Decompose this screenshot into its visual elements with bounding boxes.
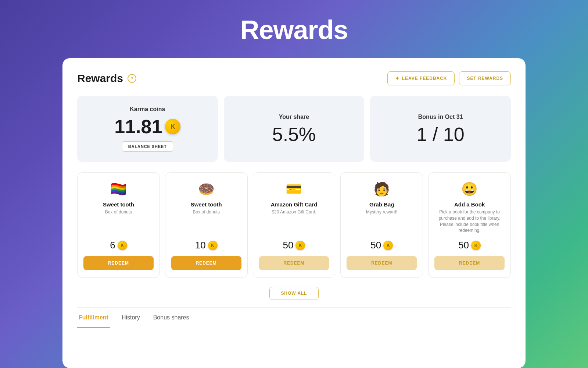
stat-card-your-share: Your share 5.5% bbox=[224, 96, 365, 162]
karma-coins-value: 11.81 K bbox=[114, 117, 180, 136]
show-all-row: SHOW ALL bbox=[77, 287, 511, 300]
reward-desc: Pick a book for the company to purchase … bbox=[434, 209, 505, 234]
reward-coin-icon: K bbox=[118, 241, 127, 250]
reward-coin-icon: K bbox=[208, 241, 218, 250]
reward-coin-icon: K bbox=[383, 241, 393, 250]
page-title: Rewards bbox=[0, 15, 588, 45]
reward-emoji: 🏳️‍🌈 bbox=[110, 181, 127, 197]
redeem-button-sweet-tooth-1[interactable]: REDEEM bbox=[83, 256, 154, 270]
reward-card-amazon-gift-card: 💳 Amazon Gift Card $20 Amazon Gift Card.… bbox=[253, 172, 336, 278]
card-header: Rewards ? ✦ LEAVE FEEDBACK SET REWARDS bbox=[77, 71, 511, 85]
reward-emoji: 😀 bbox=[461, 181, 478, 197]
reward-price: 10 K bbox=[195, 240, 218, 251]
redeem-button-sweet-tooth-2[interactable]: REDEEM bbox=[171, 256, 241, 270]
set-rewards-button[interactable]: SET REWARDS bbox=[459, 71, 511, 85]
reward-coin-icon: K bbox=[295, 241, 305, 250]
reward-coin-icon: K bbox=[471, 241, 481, 250]
reward-emoji: 🍩 bbox=[198, 181, 215, 197]
card-title: Rewards bbox=[77, 72, 123, 85]
rewards-grid: 🏳️‍🌈 Sweet tooth Box of donuts 6 K REDEE… bbox=[77, 172, 511, 278]
reward-name: Add a Book bbox=[454, 201, 485, 208]
stat-card-bonus: Bonus in Oct 31 1 / 10 bbox=[370, 96, 511, 162]
your-share-value: 5.5% bbox=[272, 125, 316, 144]
tabs: FulfillmentHistoryBonus shares bbox=[77, 307, 511, 328]
karma-coin-icon: K bbox=[165, 119, 180, 134]
reward-name: Sweet tooth bbox=[103, 201, 134, 208]
reward-price: 6 K bbox=[110, 240, 127, 251]
card-title-area: Rewards ? bbox=[77, 72, 136, 85]
help-icon[interactable]: ? bbox=[128, 74, 136, 83]
reward-price: 50 K bbox=[370, 240, 393, 251]
reward-desc: Box of donuts bbox=[193, 209, 220, 222]
reward-price: 50 K bbox=[283, 240, 305, 251]
show-all-button[interactable]: SHOW ALL bbox=[269, 287, 318, 300]
reward-name: Amazon Gift Card bbox=[271, 201, 318, 208]
reward-name: Grab Bag bbox=[369, 201, 394, 208]
redeem-button-amazon-gift-card: REDEEM bbox=[259, 256, 329, 270]
your-share-label: Your share bbox=[279, 114, 309, 120]
reward-card-sweet-tooth-2: 🍩 Sweet tooth Box of donuts 10 K REDEEM bbox=[165, 172, 248, 278]
reward-card-grab-bag: 🧑 Grab Bag Mystery reward! 50 K REDEEM bbox=[340, 172, 423, 278]
redeem-button-grab-bag: REDEEM bbox=[347, 256, 417, 270]
header-buttons: ✦ LEAVE FEEDBACK SET REWARDS bbox=[387, 71, 511, 85]
reward-emoji: 🧑 bbox=[373, 181, 390, 197]
balance-sheet-button[interactable]: BALANCE SHEET bbox=[122, 141, 173, 152]
leave-feedback-button[interactable]: ✦ LEAVE FEEDBACK bbox=[387, 71, 455, 85]
stats-row: Karma coins 11.81 K BALANCE SHEET Your s… bbox=[77, 96, 511, 162]
reward-desc: $20 Amazon Gift Card. bbox=[272, 209, 316, 222]
page-header: Rewards bbox=[0, 0, 588, 58]
tab-bonus-shares[interactable]: Bonus shares bbox=[152, 308, 191, 328]
main-card: Rewards ? ✦ LEAVE FEEDBACK SET REWARDS K… bbox=[62, 58, 526, 368]
page-wrapper: Rewards Rewards ? ✦ LEAVE FEEDBACK SET R… bbox=[0, 0, 588, 368]
reward-name: Sweet tooth bbox=[191, 201, 222, 208]
bonus-value: 1 / 10 bbox=[417, 125, 465, 144]
karma-coins-label: Karma coins bbox=[130, 106, 165, 113]
star-icon: ✦ bbox=[395, 75, 400, 81]
reward-desc: Box of donuts bbox=[105, 209, 132, 222]
bonus-label: Bonus in Oct 31 bbox=[418, 114, 463, 120]
stat-card-karma-coins: Karma coins 11.81 K BALANCE SHEET bbox=[77, 96, 218, 162]
tab-fulfillment[interactable]: Fulfillment bbox=[77, 308, 110, 328]
reward-card-add-a-book: 😀 Add a Book Pick a book for the company… bbox=[428, 172, 511, 278]
reward-card-sweet-tooth-1: 🏳️‍🌈 Sweet tooth Box of donuts 6 K REDEE… bbox=[77, 172, 160, 278]
reward-emoji: 💳 bbox=[286, 181, 302, 197]
reward-desc: Mystery reward! bbox=[366, 209, 397, 222]
tab-history[interactable]: History bbox=[120, 308, 141, 328]
redeem-button-add-a-book: REDEEM bbox=[434, 256, 505, 270]
reward-price: 50 K bbox=[458, 240, 481, 251]
